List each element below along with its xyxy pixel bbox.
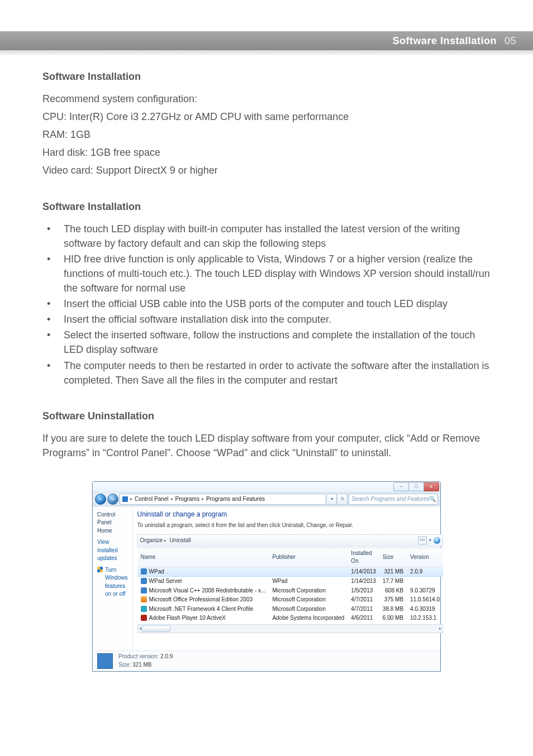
scroll-left-arrow-icon[interactable]: ◂ (139, 625, 141, 632)
cell-version (407, 577, 443, 586)
cell-size: 38.8 MB (379, 605, 407, 614)
table-row[interactable]: Microsoft Visual C++ 2008 Redistributabl… (137, 586, 443, 596)
app-icon (141, 587, 147, 594)
main-title: Uninstall or change a program (137, 510, 443, 519)
cfg-line: Hard disk: 1GB free space (42, 145, 491, 160)
breadcrumb-item[interactable]: Programs and Features (206, 495, 265, 504)
section1-heading: Software Installation (42, 69, 491, 84)
minimize-button[interactable]: – (393, 482, 409, 491)
table-row[interactable]: WPad Server WPad 1/14/2013 17.7 MB (137, 577, 443, 586)
bullet-item: The touch LED display with built-in comp… (42, 222, 491, 251)
col-publisher[interactable]: Publisher (269, 548, 348, 567)
maximize-button[interactable]: □ (409, 482, 424, 491)
program-list-body: WPad 1/14/2013 321 MB 2.0.9 WPad Server … (137, 567, 443, 623)
app-icon (141, 578, 147, 584)
cell-publisher: WPad (269, 577, 348, 586)
sidebar-link-features[interactable]: Turn Windows features on or off (97, 566, 128, 599)
breadcrumb-item[interactable]: Control Panel (135, 495, 169, 504)
cell-publisher (269, 567, 348, 577)
header-title: Software Installation (392, 35, 497, 47)
cell-version: 9.0.30729 (407, 586, 443, 596)
nav-forward-button[interactable]: → (107, 494, 118, 505)
close-button[interactable]: x (424, 482, 439, 491)
address-refresh-button[interactable]: ↻ (338, 494, 348, 505)
section-system-config: Software Installation Recommend system c… (42, 69, 491, 178)
table-header-row: Name Publisher Installed On Size Version (137, 548, 443, 567)
details-pane: Product version: 2.0.9 Size: 321 MB (93, 650, 440, 671)
toolbar: Organize Uninstall ▾ ? (137, 534, 443, 547)
chevron-down-icon[interactable]: ▾ (429, 537, 431, 544)
table-row[interactable]: Microsoft .NET Framework 4 Client Profil… (137, 605, 443, 614)
bullet-item: Select the inserted software, follow the… (42, 328, 491, 357)
cfg-line: Recommend system configuration: (42, 92, 491, 106)
cfg-line: Video card: Support DirectX 9 or higher (42, 163, 491, 178)
table-row[interactable]: Microsoft Office Professional Edition 20… (137, 595, 443, 605)
cell-version: 11.0.5614.0 (407, 595, 443, 605)
sidebar-home-link[interactable]: Control Panel Home (97, 511, 128, 535)
horizontal-scrollbar[interactable]: ◂ ▸ (137, 624, 443, 633)
search-icon: 🔍 (429, 495, 436, 504)
product-version-label: Product version: (118, 653, 159, 659)
header-underline (0, 50, 533, 55)
col-size[interactable]: Size (379, 548, 407, 567)
cell-installed: 1/14/2013 (348, 567, 379, 577)
organize-menu[interactable]: Organize (140, 537, 166, 545)
table-row[interactable]: WPad 1/14/2013 321 MB 2.0.9 (137, 567, 443, 577)
col-version[interactable]: Version (407, 548, 443, 567)
selected-app-icon (97, 653, 113, 669)
screenshot-wrapper: – □ x ← → ▸ Control Panel ▸ Programs ▸ P… (42, 481, 491, 672)
address-dropdown-button[interactable]: ▾ (327, 494, 337, 505)
cell-size: 375 MB (379, 595, 407, 605)
nav-back-button[interactable]: ← (95, 494, 106, 505)
shield-icon (97, 567, 103, 572)
section3-heading: Software Uninstallation (42, 409, 491, 423)
content-area: Software Installation Recommend system c… (0, 55, 533, 677)
section-install-steps: Software Installation The touch LED disp… (42, 199, 491, 387)
cell-name: Microsoft Office Professional Edition 20… (149, 596, 253, 602)
sidebar-link-updates[interactable]: View installed updates (97, 538, 128, 563)
search-placeholder: Search Programs and Features (351, 495, 430, 504)
cfg-line: RAM: 1GB (42, 127, 491, 142)
bullet-item: Insert the official USB cable into the U… (42, 296, 491, 311)
uninstall-button[interactable]: Uninstall (169, 537, 191, 545)
window-body: Control Panel Home View installed update… (93, 506, 440, 650)
document-page: Software Installation 05 Software Instal… (0, 0, 533, 756)
breadcrumb-item[interactable]: Programs (175, 495, 199, 504)
install-bullets: The touch LED display with built-in comp… (42, 222, 491, 387)
view-options-button[interactable] (418, 537, 427, 544)
breadcrumb-bar[interactable]: ▸ Control Panel ▸ Programs ▸ Programs an… (120, 494, 326, 505)
cell-publisher: Microsoft Corporation (269, 586, 348, 596)
chevron-right-icon: ▸ (202, 496, 204, 503)
cell-size: 321 MB (379, 567, 407, 577)
cell-name: Microsoft Visual C++ 2008 Redistributabl… (149, 587, 266, 594)
app-icon (141, 606, 147, 612)
app-icon (141, 596, 147, 602)
cell-publisher: Microsoft Corporation (269, 595, 348, 605)
address-bar-row: ← → ▸ Control Panel ▸ Programs ▸ Program… (93, 492, 440, 506)
size-value: 321 MB (132, 662, 151, 668)
cell-name: Microsoft .NET Framework 4 Client Profil… (149, 606, 254, 612)
section-uninstall: Software Uninstallation If you are sure … (42, 409, 491, 460)
table-row[interactable]: Adobe Flash Player 10 ActiveX Adobe Syst… (137, 614, 443, 623)
cfg-line: CPU: Inter(R) Core i3 2.27GHz or AMD CPU… (42, 109, 491, 124)
main-subtitle: To uninstall a program, select it from t… (137, 521, 443, 530)
breadcrumb-icon (122, 496, 128, 502)
cell-installed: 1/14/2013 (348, 577, 379, 586)
app-icon (141, 568, 147, 575)
product-version-value: 2.0.9 (160, 653, 173, 659)
search-input[interactable]: Search Programs and Features 🔍 (349, 494, 438, 505)
bullet-item: HID free drive function is only applicab… (42, 252, 491, 295)
cell-publisher: Adobe Systems Incorporated (269, 614, 348, 623)
col-name[interactable]: Name (137, 548, 269, 567)
scroll-thumb[interactable] (141, 625, 170, 632)
page-header: Software Installation 05 (0, 31, 533, 50)
top-whitespace (0, 0, 533, 31)
cell-version: 4.0.30319 (407, 605, 443, 614)
cell-size: 6.00 MB (379, 614, 407, 623)
scroll-right-arrow-icon[interactable]: ▸ (439, 625, 441, 632)
bullet-item: The computer needs to then be restarted … (42, 358, 491, 387)
section2-heading: Software Installation (42, 199, 491, 214)
cell-publisher: Microsoft Corporation (269, 605, 348, 614)
col-installed[interactable]: Installed On (348, 548, 379, 567)
help-icon[interactable]: ? (434, 537, 440, 544)
